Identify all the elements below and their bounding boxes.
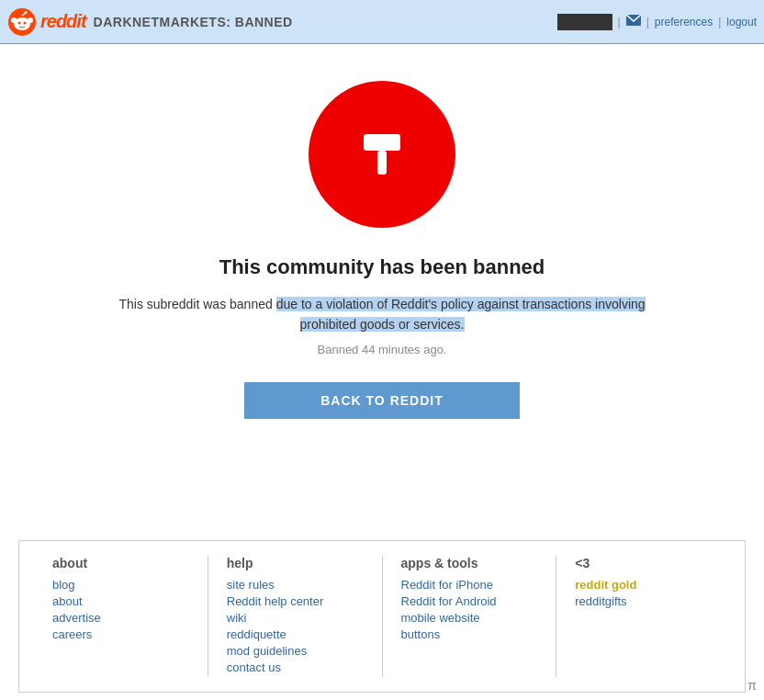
gavel-icon: [345, 118, 419, 191]
back-to-reddit-button[interactable]: BACK TO REDDIT: [244, 382, 520, 419]
footer-help-help-center[interactable]: Reddit help center: [227, 594, 364, 608]
footer-col-help: help site rules Reddit help center wiki …: [208, 556, 383, 677]
svg-point-4: [18, 21, 21, 24]
preferences-link[interactable]: preferences: [655, 16, 713, 28]
footer-help-title: help: [227, 556, 364, 570]
footer-grid: about blog about advertise careers help …: [18, 540, 746, 693]
ban-time: Banned 44 minutes ago.: [18, 343, 746, 356]
footer-help-site-rules[interactable]: site rules: [227, 578, 364, 592]
svg-point-7: [25, 11, 28, 14]
svg-point-3: [28, 17, 33, 23]
svg-point-5: [24, 21, 27, 24]
ban-message-start: This subreddit was banned: [118, 297, 275, 311]
main-content: This community has been banned This subr…: [0, 44, 764, 522]
footer-love-reddit-gold[interactable]: reddit gold: [575, 578, 712, 592]
header-right: | | preferences | logout: [557, 14, 757, 30]
mail-icon[interactable]: [626, 15, 641, 28]
footer-about-careers[interactable]: careers: [52, 627, 189, 641]
header-left: reddit DarkNetMarkets: Banned: [7, 7, 293, 37]
footer-love-title: <3: [575, 556, 712, 570]
pi-symbol: π: [747, 678, 757, 693]
ban-message: This subreddit was banned due to a viola…: [116, 294, 648, 335]
header: reddit DarkNetMarkets: Banned | | prefer…: [0, 0, 764, 44]
footer-about-blog[interactable]: blog: [52, 578, 189, 592]
footer-apps-buttons[interactable]: buttons: [401, 627, 538, 641]
ban-title: This community has been banned: [18, 255, 746, 279]
footer-apps-android[interactable]: Reddit for Android: [401, 594, 538, 608]
ban-message-highlighted: due to a violation of Reddit's policy ag…: [276, 297, 646, 332]
footer-col-about: about blog about advertise careers: [34, 556, 208, 677]
footer-apps-title: apps & tools: [401, 556, 538, 570]
reddit-alien-icon: [7, 7, 37, 37]
footer-apps-mobile[interactable]: mobile website: [401, 611, 538, 625]
footer-help-reddiquette[interactable]: reddiquette: [227, 627, 364, 641]
ban-icon-circle: [309, 81, 455, 228]
svg-rect-9: [364, 134, 400, 151]
footer-help-wiki[interactable]: wiki: [227, 611, 364, 625]
footer-apps-iphone[interactable]: Reddit for iPhone: [401, 578, 538, 592]
footer-sections: about blog about advertise careers help …: [0, 522, 764, 700]
logout-link[interactable]: logout: [726, 16, 757, 28]
footer-about-title: about: [52, 556, 189, 570]
subreddit-name: DarkNetMarkets: Banned: [94, 15, 293, 29]
karma-box: [557, 14, 612, 30]
reddit-logo[interactable]: reddit: [7, 7, 86, 37]
footer-about-about[interactable]: about: [52, 594, 189, 608]
footer-love-redditgifts[interactable]: redditgifts: [575, 594, 712, 608]
svg-point-2: [11, 17, 17, 23]
svg-rect-10: [377, 151, 387, 175]
footer-col-love: <3 reddit gold redditgifts: [556, 556, 730, 677]
footer-help-contact-us[interactable]: contact us: [227, 660, 364, 674]
footer-about-advertise[interactable]: advertise: [52, 611, 189, 625]
footer-help-mod-guidelines[interactable]: mod guidelines: [227, 644, 364, 658]
reddit-wordmark: reddit: [40, 11, 86, 32]
footer-col-apps: apps & tools Reddit for iPhone Reddit fo…: [383, 556, 557, 677]
